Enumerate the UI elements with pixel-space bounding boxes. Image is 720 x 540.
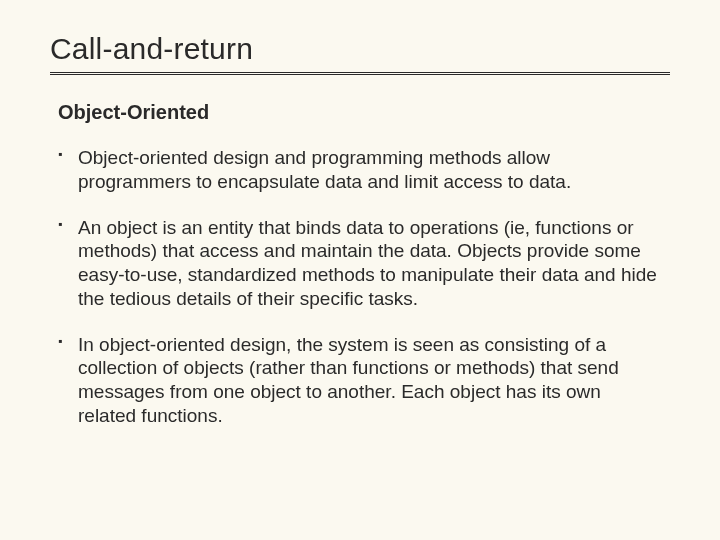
list-item: Object-oriented design and programming m… xyxy=(56,146,664,194)
list-item: An object is an entity that binds data t… xyxy=(56,216,664,311)
bullet-list: Object-oriented design and programming m… xyxy=(50,146,670,428)
list-item: In object-oriented design, the system is… xyxy=(56,333,664,428)
slide-subtitle: Object-Oriented xyxy=(58,101,670,124)
slide-title: Call-and-return xyxy=(50,32,670,66)
title-rule xyxy=(50,72,670,79)
slide: Call-and-return Object-Oriented Object-o… xyxy=(0,0,720,470)
